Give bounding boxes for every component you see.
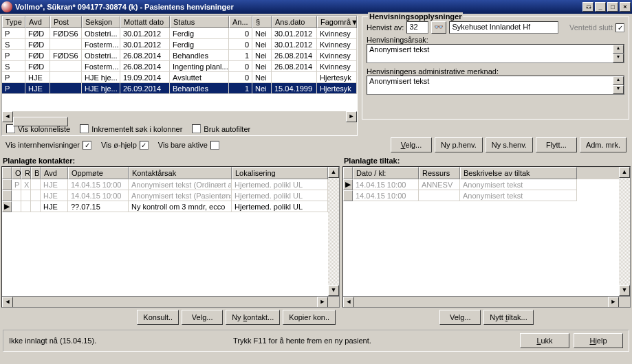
planlagte-tiltak-title: Planlagte tiltak:: [342, 155, 631, 166]
col-header[interactable]: Beskrivelse av tiltak: [460, 167, 577, 179]
col-header[interactable]: Status: [170, 16, 229, 28]
planlagte-kontakter-grid[interactable]: ORBAvdOppmøteKontaktårsakLokalisering PX…: [1, 166, 340, 308]
flytt-button[interactable]: Flytt...: [536, 137, 577, 152]
col-header[interactable]: Ans.dato: [272, 16, 317, 28]
table-row[interactable]: 14.04.15 10:00Anonymisert tekst: [343, 190, 619, 201]
chk-aktive[interactable]: Vis bare aktive: [158, 141, 219, 150]
ventetid-checkbox[interactable]: ✓: [615, 23, 624, 32]
table-row[interactable]: SFØDFosterm...30.01.2012Ferdig0Nei30.01.…: [2, 39, 357, 50]
col-header[interactable]: Kontaktårsak: [129, 167, 232, 179]
nytt-tiltak-button[interactable]: Nytt tiltak...: [483, 310, 533, 325]
table-row[interactable]: PHJEHJE hje...19.09.2014Avsluttet0NeiHje…: [2, 72, 357, 83]
aarsak-label: Henvisningsårsak:: [367, 36, 624, 44]
col-header[interactable]: Lokalisering: [232, 167, 328, 179]
adm-textarea[interactable]: Anonymisert tekst ▲▼: [367, 76, 624, 95]
col-header[interactable]: Type: [2, 16, 25, 28]
referrals-grid[interactable]: TypeAvdPostSeksjonMottatt datoStatusAn..…: [2, 16, 357, 111]
col-header[interactable]: Mottatt dato: [120, 16, 170, 28]
col-header[interactable]: O: [12, 167, 21, 179]
col-header[interactable]: Post: [50, 16, 82, 28]
title-bar: Vollmo*, Sükran* 094177-30874 (k) - Pasi…: [0, 0, 632, 14]
ny-kontakt-button[interactable]: Ny kontakt...: [226, 310, 280, 325]
pt-scroll-v[interactable]: ▲▼: [619, 167, 630, 296]
col-header[interactable]: An...: [229, 16, 252, 28]
velg-button[interactable]: Velg...: [391, 137, 432, 152]
col-header[interactable]: Oppmøte: [68, 167, 129, 179]
table-row[interactable]: HJE14.04.15 10:00Anonymisert tekst (Pasi…: [2, 190, 328, 201]
status-center: Trykk F11 for å hente frem en ny pasient…: [233, 337, 371, 345]
ny-phenv-button[interactable]: Ny p.henv.: [435, 137, 483, 152]
col-header[interactable]: Avd: [41, 167, 68, 179]
close-button[interactable]: ×: [620, 2, 631, 12]
col-header[interactable]: B: [31, 167, 41, 179]
status-left: Ikke innlagt nå (15.04.15).: [9, 337, 96, 345]
hjelp-button[interactable]: Hjelp: [574, 333, 623, 348]
col-header[interactable]: Ressurs: [419, 167, 460, 179]
table-row[interactable]: PXHJE14.04.15 10:00Anonymisert tekst (Or…: [2, 179, 328, 190]
adm-label: Henvisningens administrative merknad:: [367, 67, 624, 76]
table-row[interactable]: PHJEHJE hje...26.09.2014Behandles1Nei15.…: [2, 83, 357, 94]
status-bar: Ikke innlagt nå (15.04.15). Trykk F11 fo…: [3, 330, 629, 352]
window-title: Vollmo*, Sükran* 094177-30874 (k) - Pasi…: [15, 3, 234, 11]
velg3-button[interactable]: Velg...: [439, 310, 481, 325]
pk-scroll-v[interactable]: ▲▼: [328, 167, 339, 296]
table-row[interactable]: ▶14.04.15 10:00ANNESVAnonymisert tekst: [343, 179, 619, 190]
col-header[interactable]: Seksjon: [82, 16, 120, 28]
pin-button[interactable]: -□-: [582, 2, 593, 12]
pk-scroll-h[interactable]: ◄►: [2, 296, 339, 307]
app-icon: [1, 1, 12, 12]
planlagte-tiltak-grid[interactable]: Dato / kl:RessursBeskrivelse av tiltak ▶…: [342, 166, 631, 308]
maximize-button[interactable]: □: [607, 2, 618, 12]
chk-ohjelp[interactable]: Vis ø-hjelp✓: [101, 141, 149, 150]
window-controls: -□- _ □ ×: [582, 2, 631, 12]
table-row[interactable]: PFØDFØDS6Obstetri...26.08.2014Behandles1…: [2, 50, 357, 61]
table-row[interactable]: ▶HJE??.07.15Ny kontroll om 3 mndr, eccoH…: [2, 201, 328, 212]
konsult-button[interactable]: Konsult..: [137, 310, 179, 325]
henvist-av-input[interactable]: 32: [406, 21, 428, 34]
pt-scroll-h[interactable]: ◄►: [343, 296, 630, 307]
lukk-button[interactable]: Lukk: [520, 333, 569, 348]
col-header[interactable]: Fagområ▼: [317, 16, 357, 28]
org-input[interactable]: Sykehuset Innlandet Hf: [449, 21, 558, 34]
ventetid-label: Ventetid slutt: [569, 23, 613, 32]
minimize-button[interactable]: _: [595, 2, 606, 12]
col-header[interactable]: Dato / kl:: [353, 167, 419, 179]
planlagte-kontakter-title: Planlagte kontakter:: [1, 155, 340, 166]
velg2-button[interactable]: Velg...: [182, 310, 223, 325]
kopier-button[interactable]: Kopier kon..: [283, 310, 336, 325]
lookup-button[interactable]: 👓: [431, 21, 446, 34]
chk-inkrementelt[interactable]: Inkrementelt søk i kolonner: [80, 124, 182, 133]
ny-shenv-button[interactable]: Ny s.henv.: [486, 137, 533, 152]
grid-scrollbar-h[interactable]: ◄ ►: [2, 111, 357, 122]
table-row[interactable]: PFØDFØDS6Obstetri...30.01.2012Ferdig0Nei…: [2, 28, 357, 39]
referrals-pane: TypeAvdPostSeksjonMottatt datoStatusAn..…: [1, 15, 358, 136]
col-header[interactable]: R: [21, 167, 31, 179]
henvist-av-label: Henvist av:: [367, 23, 404, 32]
chk-autofilter[interactable]: Bruk autofilter: [192, 124, 250, 133]
col-header[interactable]: §: [252, 16, 272, 28]
chk-internhenvisninger[interactable]: Vis internhenvisninger✓: [6, 141, 91, 150]
adm-mrk-button[interactable]: Adm. mrk.: [580, 137, 626, 152]
table-row[interactable]: SFØDFosterm...26.08.2014Ingenting planl.…: [2, 61, 357, 72]
col-header[interactable]: Avd: [25, 16, 50, 28]
aarsak-textarea[interactable]: Anonymisert tekst ▲▼: [367, 44, 624, 63]
henvisningsopplysninger-fieldset: Henvisningsopplysninger Henvist av: 32 👓…: [362, 16, 629, 120]
fieldset-legend: Henvisningsopplysninger: [368, 12, 463, 21]
